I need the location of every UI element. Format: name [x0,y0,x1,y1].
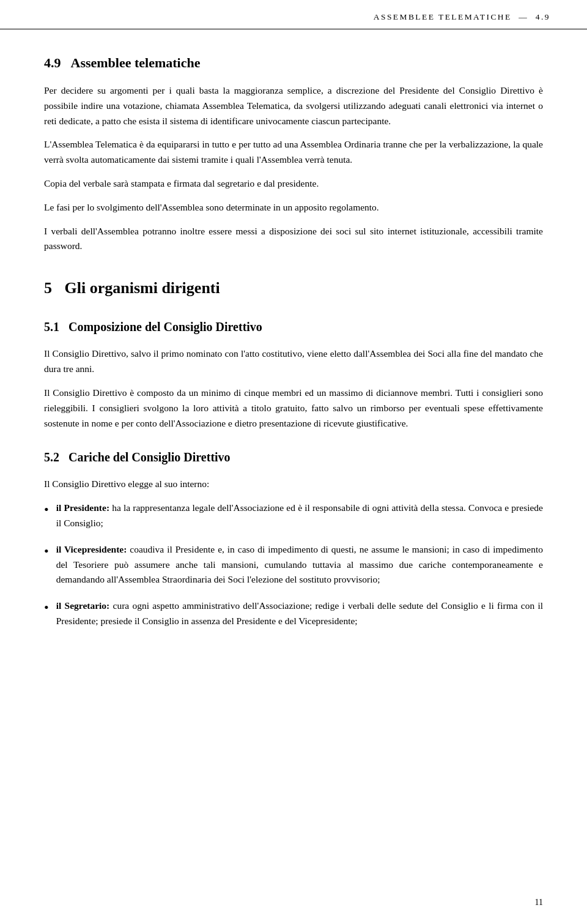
page-container: Assemblee telematiche — 4.9 4.9 Assemble… [0,0,587,924]
chapter-5-number: 5 [44,279,52,297]
header-section-ref: 4.9 [536,12,550,21]
bullet-keyword-2: il Vicepresidente: [56,544,127,554]
page-number: 11 [535,898,543,907]
main-content: 4.9 Assemblee telematiche Per decidere s… [0,29,587,665]
section-52-intro: Il Consiglio Direttivo elegge al suo int… [44,477,543,492]
bullet-text-1: ha la rappresentanza legale dell'Associa… [56,502,543,528]
section-51-number: 5.1 [44,320,59,333]
list-item: • il Presidente: ha la rappresentanza le… [44,501,543,531]
section-52-number: 5.2 [44,450,59,464]
bullet-keyword-1: il Presidente: [56,502,109,513]
bullet-text-2: coaudiva il Presidente e, in caso di imp… [56,544,543,585]
section-49-title: Assemblee telematiche [71,53,201,73]
section-49-para-1: Per decidere su argomenti per i quali ba… [44,83,543,129]
page-footer: 11 [535,896,543,909]
section-49-heading: 4.9 Assemblee telematiche [44,53,543,73]
section-52-title: Cariche del Consiglio Direttivo [68,450,231,464]
section-52-bullet-list: • il Presidente: ha la rappresentanza le… [44,501,543,629]
section-49-number: 4.9 [44,53,61,73]
chapter-5-title: Gli organismi dirigenti [65,279,220,297]
section-49-para-5: I verbali dell'Assemblea potranno inoltr… [44,224,543,255]
section-51-heading: 5.1 Composizione del Consiglio Direttivo [44,318,543,337]
list-item: • il Segretario: cura ogni aspetto ammin… [44,598,543,629]
list-item: • il Vicepresidente: coaudiva il Preside… [44,542,543,587]
bullet-dot-2: • [44,540,49,562]
section-51-para-1: Il Consiglio Direttivo, salvo il primo n… [44,346,543,377]
header-title-text: Assemblee telematiche [374,12,512,21]
bullet-content-1: il Presidente: ha la rappresentanza lega… [56,501,543,531]
bullet-content-2: il Vicepresidente: coaudiva il President… [56,542,543,587]
section-49-para-4: Le fasi per lo svolgimento dell'Assemble… [44,200,543,215]
section-49-para-2: L'Assemblea Telematica è da equipararsi … [44,137,543,168]
chapter-5-heading: 5 Gli organismi dirigenti [44,276,543,300]
section-52-heading: 5.2 Cariche del Consiglio Direttivo [44,448,543,467]
bullet-dot-3: • [44,597,49,618]
bullet-keyword-3: il Segretario: [56,600,110,611]
page-header: Assemblee telematiche — 4.9 [0,0,587,29]
section-51-title: Composizione del Consiglio Direttivo [68,320,262,333]
section-49-para-3: Copia del verbale sarà stampata e firmat… [44,176,543,192]
bullet-text-3: cura ogni aspetto amministrativo dell'As… [56,600,543,626]
bullet-content-3: il Segretario: cura ogni aspetto amminis… [56,598,543,629]
bullet-dot-1: • [44,499,49,520]
section-51-para-2: Il Consiglio Direttivo è composto da un … [44,386,543,431]
header-title: Assemblee telematiche — 4.9 [374,11,550,24]
